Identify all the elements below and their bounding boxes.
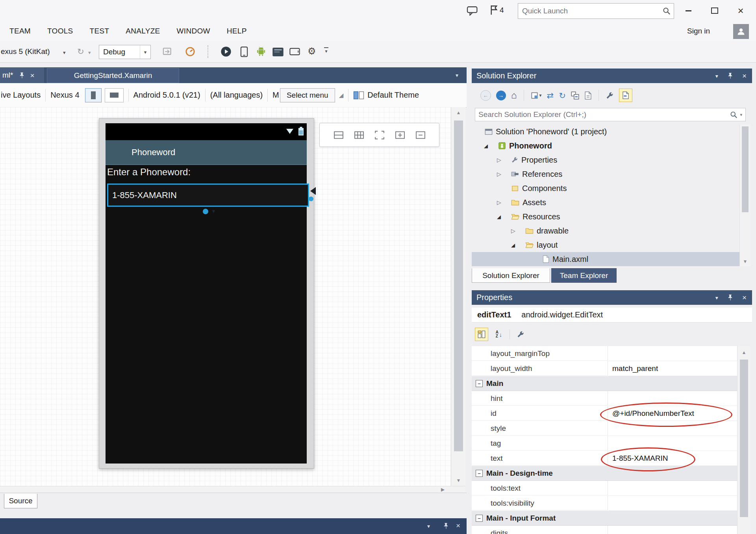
close-icon[interactable]: × xyxy=(30,72,34,79)
split-view-icon[interactable] xyxy=(334,131,344,139)
property-value[interactable]: 1-855-XAMARIN xyxy=(608,451,737,466)
search-icon[interactable] xyxy=(730,111,740,119)
tab-solution-explorer[interactable]: Solution Explorer xyxy=(472,268,550,283)
pin-icon[interactable] xyxy=(727,294,734,301)
chevron-down-icon[interactable]: ▾ xyxy=(715,295,718,300)
scope-to-this-button[interactable]: ▾ xyxy=(531,92,542,99)
menu-tools[interactable]: TOOLS xyxy=(39,21,82,41)
canvas-vertical-scrollbar[interactable]: ▲ ▼ xyxy=(451,107,466,486)
collapse-box-icon[interactable]: – xyxy=(476,515,483,522)
profiler-icon[interactable] xyxy=(185,46,195,57)
resize-handle-icon[interactable] xyxy=(310,187,316,195)
tab-list-chevron-icon[interactable]: ▾ xyxy=(456,72,458,78)
collapse-all-icon[interactable] xyxy=(571,91,579,100)
pin-icon[interactable] xyxy=(443,523,449,529)
theme-selector[interactable]: Default Theme xyxy=(367,91,419,100)
toolbar-overflow-button[interactable]: ▾ xyxy=(324,47,328,54)
tree-item-drawable[interactable]: ▷ drawable xyxy=(472,224,739,238)
device-selector[interactable]: Nexus 4 xyxy=(50,91,79,100)
menu-team[interactable]: TEAM xyxy=(1,21,39,41)
solution-search-box[interactable]: ▾ xyxy=(475,108,746,121)
menu-test[interactable]: TEST xyxy=(82,21,118,41)
collapsed-arrow-icon[interactable]: ▷ xyxy=(511,228,525,234)
expanded-arrow-icon[interactable]: ◢ xyxy=(511,243,525,248)
solution-explorer-header[interactable]: Solution Explorer ▾ × xyxy=(472,69,752,83)
show-all-files-icon[interactable] xyxy=(584,91,592,100)
category-row-design-time[interactable]: – Main - Design-time xyxy=(472,466,737,481)
property-value[interactable] xyxy=(608,421,737,436)
properties-header[interactable]: Properties ▾ × xyxy=(472,290,752,305)
close-icon[interactable]: × xyxy=(456,522,460,529)
category-row-main[interactable]: – Main xyxy=(472,376,737,391)
pin-icon[interactable] xyxy=(727,72,734,79)
forward-button[interactable]: → xyxy=(496,91,506,100)
property-value[interactable]: @+id/PhoneNumberText xyxy=(608,406,737,421)
active-document-tab[interactable]: ml* × xyxy=(0,67,44,83)
property-value[interactable] xyxy=(608,346,737,361)
chevron-down-icon[interactable]: ▾ xyxy=(715,73,718,79)
feedback-icon[interactable] xyxy=(467,6,478,16)
refresh-icon[interactable]: ↻ xyxy=(559,91,566,100)
tab-team-explorer[interactable]: Team Explorer xyxy=(551,268,617,283)
chevron-down-icon[interactable]: ▾ xyxy=(63,50,66,55)
chevron-down-icon[interactable]: ▾ xyxy=(427,523,430,529)
scroll-down-icon[interactable]: ▼ xyxy=(740,259,750,264)
grid-view-icon[interactable] xyxy=(354,131,364,139)
zoom-in-icon[interactable] xyxy=(395,131,405,139)
fit-to-screen-icon[interactable] xyxy=(374,131,385,139)
tree-item-components[interactable]: Components xyxy=(472,181,739,195)
select-menu-dropdown[interactable]: Select menu xyxy=(280,88,335,102)
landscape-orientation-button[interactable] xyxy=(105,88,124,102)
close-icon[interactable]: × xyxy=(742,294,747,301)
quick-launch-input[interactable] xyxy=(518,7,663,15)
chevron-down-icon[interactable]: ▾ xyxy=(88,50,91,55)
collapse-box-icon[interactable]: – xyxy=(476,380,483,387)
collapsed-arrow-icon[interactable]: ▷ xyxy=(497,200,511,205)
start-debugging-button[interactable] xyxy=(220,46,232,57)
selection-handle-bottom[interactable] xyxy=(203,209,208,214)
menu-analyze[interactable]: ANALYZE xyxy=(117,21,168,41)
alphabetical-sort-button[interactable]: AZ ↓ xyxy=(492,328,506,341)
property-value[interactable] xyxy=(608,481,737,496)
selection-caret-icon[interactable]: ▼ xyxy=(211,209,216,214)
menu-window[interactable]: WINDOW xyxy=(169,21,219,41)
attach-icon[interactable] xyxy=(162,47,172,56)
property-pages-wrench-icon[interactable] xyxy=(514,328,527,341)
quick-launch-box[interactable] xyxy=(518,3,674,19)
property-value[interactable]: match_parent xyxy=(608,361,737,376)
solution-configuration-dropdown[interactable]: Debug ▾ xyxy=(99,45,151,59)
categorized-view-button[interactable] xyxy=(475,328,488,341)
menu-dropdown-icon[interactable]: ◢ xyxy=(339,92,344,98)
scroll-up-icon[interactable]: ▲ xyxy=(451,110,466,115)
source-view-tab[interactable]: Source xyxy=(4,494,37,508)
property-value[interactable] xyxy=(608,436,737,451)
maximize-button[interactable] xyxy=(708,5,721,17)
zoom-out-icon[interactable] xyxy=(415,131,426,139)
account-avatar-icon[interactable] xyxy=(733,24,749,39)
expanded-arrow-icon[interactable]: ◢ xyxy=(484,143,498,148)
menu-help[interactable]: HELP xyxy=(219,21,255,41)
sign-in-link[interactable]: Sign in xyxy=(687,21,710,41)
tree-item-solution[interactable]: Solution 'Phoneword' (1 project) xyxy=(472,124,739,139)
portrait-orientation-button[interactable] xyxy=(85,88,102,102)
edittext-widget-selected[interactable]: 1-855-XAMARIN xyxy=(107,184,309,207)
scroll-up-icon[interactable]: ▲ xyxy=(737,350,750,355)
close-icon[interactable]: × xyxy=(742,72,747,80)
sdk-manager-icon[interactable]: ⚙ xyxy=(308,46,316,56)
properties-scrollbar[interactable]: ▲ xyxy=(737,346,750,534)
sync-with-active-document-icon[interactable]: ⇄ xyxy=(547,91,554,100)
solution-search-input[interactable] xyxy=(475,110,730,119)
tree-item-layout[interactable]: ◢ layout xyxy=(472,238,739,252)
scrollbar-thumb[interactable] xyxy=(454,121,463,451)
alternative-layouts-button[interactable]: ive Layouts xyxy=(0,91,41,100)
scrollbar-thumb[interactable] xyxy=(742,126,749,212)
property-value[interactable] xyxy=(608,496,737,511)
collapse-box-icon[interactable]: – xyxy=(476,470,483,477)
android-emulator-icon[interactable] xyxy=(256,46,266,57)
property-value[interactable] xyxy=(608,391,737,406)
minimize-button[interactable] xyxy=(682,5,695,17)
tree-item-references[interactable]: ▷ References xyxy=(472,167,739,181)
android-version-selector[interactable]: Android 5.0.1 (v21) xyxy=(133,91,200,100)
scroll-right-icon[interactable]: ▶ xyxy=(441,487,445,492)
chevron-down-icon[interactable]: ▾ xyxy=(740,113,745,117)
